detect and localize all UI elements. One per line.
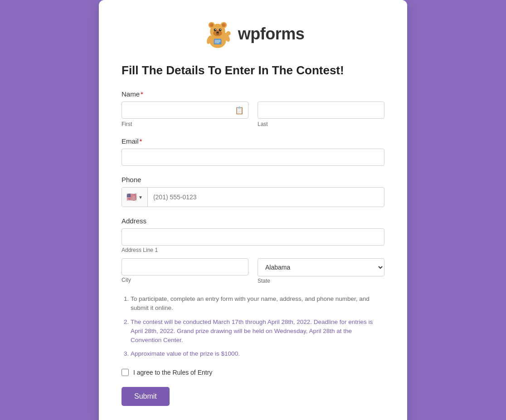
phone-wrapper: 🇺🇸 ▼ [122,187,384,207]
state-select[interactable]: Alabama Alaska Arizona Arkansas Californ… [258,258,384,276]
logo-text: wpforms [238,24,305,43]
last-name-col: Last [258,101,384,127]
state-col: Alabama Alaska Arizona Arkansas Californ… [258,258,384,285]
last-sub-label: Last [258,121,384,127]
svg-point-5 [222,23,225,27]
us-flag-icon: 🇺🇸 [126,192,136,202]
agree-label[interactable]: I agree to the Rules of Entry [133,369,212,376]
rule-1: To participate, complete an entry form w… [131,294,384,313]
form-card: wpforms Fill The Details To Enter In The… [99,0,407,420]
phone-input[interactable] [148,189,384,205]
email-input[interactable] [122,149,384,166]
autocomplete-icon: 📋 [235,106,244,115]
rules-list: To participate, complete an entry form w… [122,294,384,359]
address-line1-sub-label: Address Line 1 [122,247,158,253]
svg-point-13 [226,31,231,36]
svg-point-3 [209,23,213,27]
first-input-wrapper: 📋 [122,101,248,119]
phone-label: Phone [122,176,384,183]
svg-point-10 [220,29,221,30]
rule-3: Approximate value of the prize is $1000. [131,349,384,358]
city-input[interactable] [122,258,248,275]
logo-forms: forms [260,24,305,43]
first-name-col: 📋 First [122,101,248,127]
logo-area: wpforms [122,18,384,50]
svg-point-11 [216,31,219,33]
address-label: Address [122,217,384,225]
city-sub-label: City [122,277,131,283]
address-line1-input[interactable] [122,228,384,246]
last-name-input[interactable] [258,101,384,119]
agree-row: I agree to the Rules of Entry [122,369,384,376]
agree-checkbox[interactable] [122,369,129,376]
rule-2: The contest will be conducted March 17th… [131,318,384,345]
phone-flag-dropdown[interactable]: 🇺🇸 ▼ [122,188,148,207]
name-row: 📋 First Last [122,101,384,127]
logo-wp: wp [238,24,260,43]
phone-field-group: Phone 🇺🇸 ▼ [122,176,384,207]
name-label: Name* [122,90,384,98]
email-field-group: Email* [122,137,384,166]
wpforms-bear-icon [202,18,234,50]
form-title: Fill The Details To Enter In The Contest… [122,63,384,77]
name-field-group: Name* 📋 First Last [122,90,384,127]
city-col: City [122,258,248,285]
address-field-group: Address Address Line 1 City Alabama Alas… [122,217,384,285]
address-row: City Alabama Alaska Arizona Arkansas Cal… [122,258,384,285]
svg-point-9 [215,29,216,30]
state-sub-label: State [258,278,270,284]
email-label: Email* [122,137,384,145]
first-name-input[interactable] [122,101,248,119]
first-sub-label: First [122,121,248,127]
phone-chevron-icon: ▼ [138,195,143,200]
submit-button[interactable]: Submit [122,387,170,406]
